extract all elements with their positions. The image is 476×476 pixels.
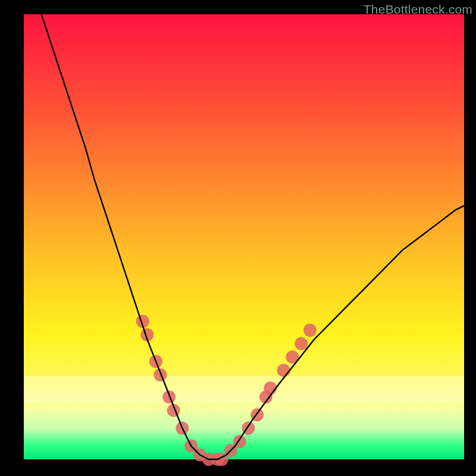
highlight-band bbox=[24, 376, 464, 402]
watermark-text: TheBottleneck.com bbox=[364, 2, 472, 17]
chart-frame: TheBottleneck.com bbox=[0, 0, 476, 476]
